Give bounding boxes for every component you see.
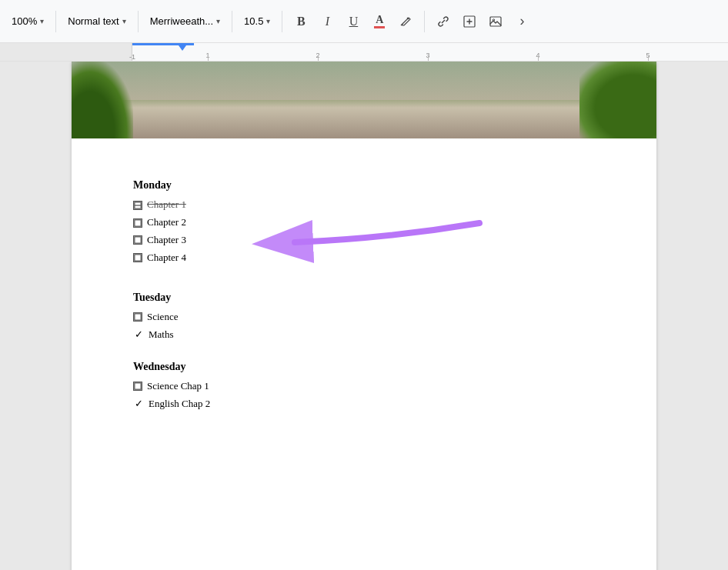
font-arrow: ▾ <box>216 17 220 25</box>
sci-chap1-text: Science Chap 1 <box>147 378 209 395</box>
font-size-group: 10.5 ▾ <box>239 12 276 31</box>
ch4-text: Chapter 4 <box>147 250 186 266</box>
ch1-text: Chapter 1 <box>147 197 186 213</box>
style-arrow: ▾ <box>122 17 126 25</box>
divider-3 <box>232 11 232 32</box>
list-item: ✓ English Chap 2 <box>133 396 595 412</box>
link-button[interactable] <box>431 9 456 34</box>
font-size-arrow: ▾ <box>266 17 270 25</box>
checkmark-eng-chap2: ✓ <box>133 396 144 412</box>
image-trees-right <box>579 62 656 138</box>
science-text: Science <box>147 309 178 325</box>
checkbox-ch4[interactable] <box>133 253 142 262</box>
ch3-text: Chapter 3 <box>147 232 186 248</box>
image-icon <box>489 15 503 28</box>
link-icon <box>436 15 450 28</box>
ruler-tick-5 <box>648 56 649 61</box>
divider-1 <box>55 11 56 32</box>
checkbox-ch2[interactable] <box>133 218 142 228</box>
tuesday-title: Tuesday <box>133 289 595 306</box>
document-area: Monday Chapter 1 Chapter 2 <box>0 62 728 570</box>
toolbar: 100% ▾ Normal text ▾ Merriweeath... ▾ 10… <box>0 0 728 43</box>
svg-rect-10 <box>135 383 141 389</box>
list-item: Chapter 4 <box>133 250 595 266</box>
ruler: -1 1 2 3 4 5 <box>0 43 728 62</box>
checkbox-ch3[interactable] <box>133 235 142 245</box>
eng-chap2-text: English Chap 2 <box>149 396 210 412</box>
list-item: Science <box>133 309 595 325</box>
document-content: Monday Chapter 1 Chapter 2 <box>133 138 595 412</box>
insert-icon <box>463 15 476 28</box>
style-value: Normal text <box>68 15 119 27</box>
ruler-mark-neg1: -1 <box>129 53 135 61</box>
font-group: Merriweeath... ▾ <box>145 12 225 31</box>
text-color-icon: A <box>374 15 385 28</box>
ruler-triangle <box>179 45 186 51</box>
zoom-group: 100% ▾ <box>6 12 49 31</box>
image-sky <box>72 62 656 100</box>
list-item: Chapter 1 <box>133 197 595 213</box>
checkbox-science[interactable] <box>133 312 142 322</box>
ruler-tick-4 <box>538 56 539 61</box>
svg-rect-6 <box>135 237 141 243</box>
monday-title: Monday <box>133 177 595 194</box>
svg-rect-1 <box>490 17 501 26</box>
text-color-button[interactable]: A <box>367 9 392 34</box>
ruler-tick-1 <box>208 56 209 61</box>
divider-5 <box>424 11 425 32</box>
style-group: Normal text ▾ <box>62 12 131 31</box>
list-item: Chapter 2 <box>133 215 595 231</box>
maths-text: Maths <box>149 327 174 343</box>
svg-rect-7 <box>135 255 141 261</box>
formatting-group: B I U A <box>289 9 418 34</box>
underline-button[interactable]: U <box>341 9 366 34</box>
checkbox-sci-chap1[interactable] <box>133 382 142 391</box>
bold-button[interactable]: B <box>289 9 313 34</box>
italic-button[interactable]: I <box>315 9 339 34</box>
font-size-selector[interactable]: 10.5 ▾ <box>239 12 276 31</box>
pen-button[interactable] <box>393 9 418 34</box>
checkbox-ch1[interactable] <box>133 201 142 210</box>
zoom-arrow: ▾ <box>40 17 44 25</box>
image-button[interactable] <box>483 9 508 34</box>
style-selector[interactable]: Normal text ▾ <box>62 12 131 31</box>
insert-group: › <box>431 9 534 34</box>
page: Monday Chapter 1 Chapter 2 <box>72 62 656 570</box>
svg-rect-5 <box>135 219 141 225</box>
document-image <box>72 62 656 138</box>
divider-4 <box>282 11 282 32</box>
more-button[interactable]: › <box>509 9 534 34</box>
checkmark-maths: ✓ <box>133 327 144 343</box>
image-trees-left <box>72 62 133 138</box>
font-value: Merriweeath... <box>150 15 213 27</box>
font-size-value: 10.5 <box>244 15 263 27</box>
ruler-tick-3 <box>428 56 429 61</box>
font-selector[interactable]: Merriweeath... ▾ <box>145 12 225 31</box>
divider-2 <box>138 11 139 32</box>
svg-rect-9 <box>135 314 141 320</box>
ruler-tick-2 <box>318 56 319 61</box>
list-item: Science Chap 1 <box>133 378 595 395</box>
pen-icon <box>399 15 412 28</box>
wednesday-title: Wednesday <box>133 358 595 375</box>
list-item: Chapter 3 <box>133 232 595 248</box>
list-item: ✓ Maths <box>133 327 595 343</box>
ch2-text: Chapter 2 <box>147 215 186 231</box>
zoom-value: 100% <box>12 15 37 27</box>
insert-button[interactable] <box>457 9 482 34</box>
zoom-selector[interactable]: 100% ▾ <box>6 12 49 31</box>
